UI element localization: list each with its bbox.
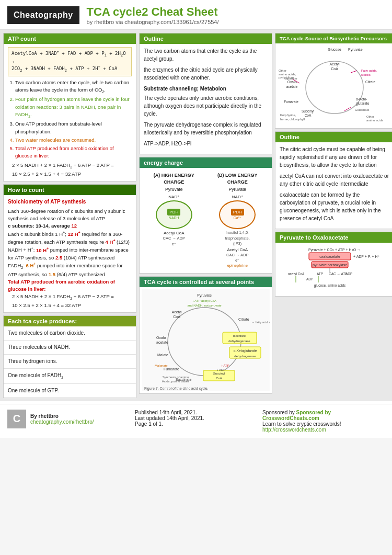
svg-text:sterols: sterols — [361, 73, 371, 76]
stoich-section: Each 360-degree rotation of c subunits a… — [8, 208, 132, 309]
svg-text:Citrate: Citrate — [365, 80, 376, 84]
svg-text:α-Ketoglutarate: α-Ketoglutarate — [234, 349, 257, 353]
footer-author-inner: C By rhettbro cheatography.com/rhettbro/ — [7, 410, 130, 428]
outline-body: The two carbon atoms that enter the cycl… — [140, 44, 272, 154]
list-item: Two molecules of carbon dioxide. — [4, 326, 136, 341]
biosynthetic-svg: Glucose Pyruvate Acetyl CoA Fatty acids,… — [278, 46, 391, 124]
list-item: One molecule of FADH2 — [4, 369, 136, 384]
svg-text:Porphyrins,: Porphyrins, — [280, 114, 296, 117]
acetylcoa-label-left: Acetyl CoA — [144, 230, 204, 236]
outline-right-para: oxaloacetate can be formed by the carbox… — [280, 191, 390, 222]
svg-text:Malate: Malate — [157, 353, 168, 357]
energy-charge-title: energy charge — [144, 160, 183, 166]
ca-label: Ca²⁺ — [234, 216, 241, 221]
stoich-line: c subunits: 10-14, average 12 — [8, 222, 132, 230]
list-item: Total ATP produced from aerobic oxidatio… — [15, 145, 132, 160]
header-title: TCA cycle2 Cheat Sheet by rhettbro via c… — [87, 5, 219, 25]
outline-bold: Substrate channeling; Metabolon — [144, 85, 268, 93]
stoich-line: NADH + H+: 10 H+ pumped into inter-membr… — [8, 246, 132, 262]
stoich-line: Each c subunit binds 1 H+; 12 H+ require… — [8, 230, 132, 246]
stoich-title: Stoichiometry of ATP synthesis — [8, 198, 132, 206]
svg-text:glutarate: glutarate — [356, 101, 370, 106]
outline-right-body: The citric acid cycle must be capable of… — [275, 142, 392, 229]
svg-text:↑ ATP: ↑ ATP — [221, 364, 229, 367]
footer-published: Published 14th April, 2021. — [135, 410, 257, 415]
footer-sponsor-link[interactable]: http://crosswordcheats.com — [262, 427, 326, 433]
svg-text:Other: Other — [366, 115, 374, 118]
biosynthetic-header: TCA cycle-Source of Biosynthetic Precurs… — [275, 33, 392, 43]
outline-right-para: acetyl CoA can not convert into oxaloace… — [280, 172, 390, 188]
pyruvate-header: Pyruvate to Oxaloacetate — [275, 232, 392, 243]
svg-text:CoA: CoA — [216, 377, 222, 380]
tca-cycle-svg: Pyruvate ↓ ATP acetyl CoA and NADH, not … — [142, 289, 270, 391]
outline-para: ATP->ADP, H2O->Pi — [144, 140, 268, 148]
outline-para: the enzymes of the citric acid cycle are… — [144, 66, 268, 82]
svg-text:ADP: ADP — [306, 277, 313, 281]
outline-right-title: Outline — [280, 134, 299, 140]
svg-text:Glutamate: Glutamate — [355, 108, 370, 111]
each-tca-header: Each tca cycle produces: — [4, 316, 136, 326]
svg-text:Fatty acids,: Fatty acids, — [361, 69, 377, 72]
atp-count-card: ATP count AcetylCoA + 3NAD+ + FAD + ADP … — [3, 33, 136, 182]
each-tca-card: Each tca cycle produces: Two molecules o… — [3, 315, 136, 398]
footer-author: C By rhettbro cheatography.com/rhettbro/ — [7, 410, 130, 433]
footer-sponsor-sub: Learn to solve cryptic crosswords! — [262, 421, 385, 427]
biosynthetic-body: Glucose Pyruvate Acetyl CoA Fatty acids,… — [275, 43, 392, 128]
outline-para: The two carbon atoms that enter the cycl… — [144, 47, 268, 63]
svg-text:Citrate: Citrate — [238, 318, 249, 321]
atp-count-header: ATP count — [4, 33, 136, 44]
energy-charge-body: (A) HIGH ENERGY CHARGE Pyruvate NAD⁺ PDH… — [140, 168, 272, 273]
outline-right-para: The citric acid cycle must be capable of… — [280, 145, 390, 169]
svg-text:pyruvate carboxylase: pyruvate carboxylase — [313, 263, 347, 267]
cac-label-left: CAC → ADP — [144, 236, 204, 242]
footer-by-label: By rhettbro — [30, 413, 94, 419]
svg-text:acetate: acetate — [286, 85, 298, 88]
logo-text: Cheatography — [14, 10, 73, 19]
svg-text:Isocitrate: Isocitrate — [233, 334, 246, 337]
biosynthetic-title: TCA cycle-Source of Biosynthetic Precurs… — [280, 36, 387, 41]
footer-logo-letter: C — [13, 413, 20, 425]
svg-text:Acetyl: Acetyl — [171, 310, 182, 314]
atp-formula: AcetylCoA + 3NAD+ + FAD + ADP + Pi + 2H2… — [8, 47, 132, 76]
nad-label-left: NAD⁺ — [144, 194, 204, 200]
svg-text:Oxalo: Oxalo — [156, 336, 166, 339]
svg-text:α-Keto-: α-Keto- — [356, 97, 367, 101]
page-subtitle: by rhettbro via cheatography.com/133961/… — [87, 19, 219, 25]
energy-charge-card: energy charge (A) HIGH ENERGY CHARGE Pyr… — [139, 157, 272, 274]
footer-author-text: By rhettbro cheatography.com/rhettbro/ — [30, 413, 94, 425]
high-energy-side: (A) HIGH ENERGY CHARGE Pyruvate NAD⁺ PDH… — [144, 172, 204, 269]
atp-count-title: ATP count — [8, 36, 36, 42]
list-item: Two water molecules are consumed. — [15, 137, 132, 144]
column-3: TCA cycle-Source of Biosynthetic Precurs… — [275, 33, 392, 398]
footer-sponsor-label: Sponsored by Sponsored by CrosswordCheat… — [262, 410, 385, 421]
svg-text:→ fatty acid synthesis: → fatty acid synthesis — [251, 321, 270, 324]
footer-by-link[interactable]: cheatography.com/rhettbro/ — [30, 419, 94, 425]
svg-text:Other: Other — [279, 69, 286, 72]
svg-text:Malonate: Malonate — [155, 364, 168, 367]
outline-right-card: Outline The citric acid cycle must be ca… — [275, 131, 392, 229]
logo: Cheatography — [7, 6, 79, 24]
pyruvate-label-right: Pyruvate — [207, 187, 268, 193]
tca-controlled-header: TCA cycle is controlled at several point… — [140, 277, 272, 287]
pyruvate-card: Pyruvate to Oxaloacetate Pyruvate + CO₂ … — [275, 232, 392, 297]
pdh-circle-right: PDH Ca²⁺ — [219, 200, 256, 229]
svg-text:Glucose: Glucose — [328, 48, 341, 51]
atp-calc: 2 × 5 NADH + 2 × 1 FADH2 + 6 ATP − 2 ATP… — [8, 161, 132, 178]
biosynthetic-card: TCA cycle-Source of Biosynthetic Precurs… — [275, 33, 392, 129]
energy-diagram: (A) HIGH ENERGY CHARGE Pyruvate NAD⁺ PDH… — [142, 170, 270, 271]
svg-text:ATP: ATP — [317, 272, 323, 276]
list-item: Four pairs of hydrogen atoms leave the c… — [15, 96, 132, 119]
svg-text:oxaloacetate: oxaloacetate — [319, 255, 340, 258]
how-to-count-body: Stoichiometry of ATP synthesis Each 360-… — [4, 195, 136, 312]
stoich-line: 2 × 5 NADH + 2 × 1 FADH2 + 6 ATP − 2 ATP… — [8, 293, 132, 309]
outline-header: Outline — [140, 33, 272, 44]
svg-text:↓ ADP: ↓ ADP — [217, 368, 226, 371]
footer-logo: C — [7, 410, 26, 428]
outline-title: Outline — [144, 36, 164, 42]
footer: C By rhettbro cheatography.com/rhettbro/… — [0, 404, 392, 438]
how-to-count-header: How to count — [4, 185, 136, 195]
each-tca-body: Two molecules of carbon dioxide. Three m… — [4, 326, 136, 398]
atp-count-body: AcetylCoA + 3NAD+ + FAD + ADP + Pi + 2H2… — [4, 44, 136, 181]
stoich-line: FADH2: 6 H+ pumped into inter-membrane s… — [8, 262, 132, 278]
tca-produces-list: Two molecules of carbon dioxide. Three m… — [4, 326, 136, 398]
